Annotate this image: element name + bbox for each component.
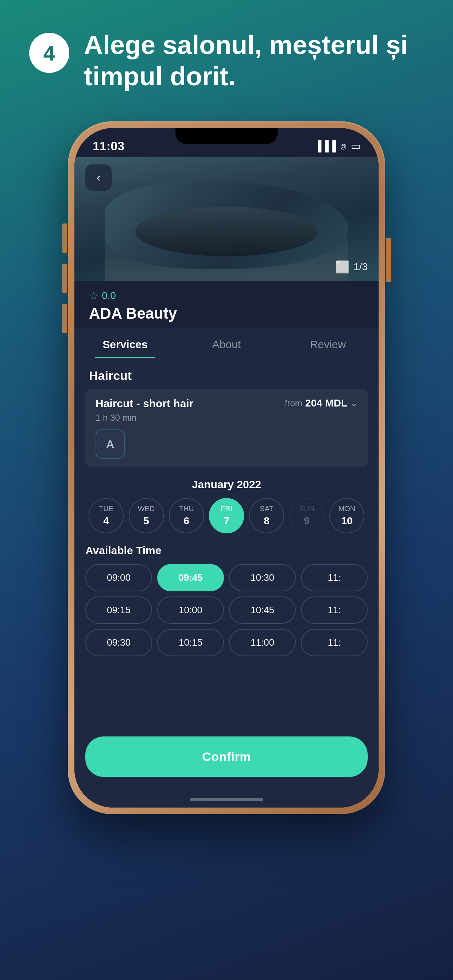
salon-name: ADA Beauty [89, 305, 364, 322]
day-name-sat: SAT [260, 504, 273, 513]
time-slot-0930[interactable]: 09:30 [85, 629, 152, 656]
time-slot-0900[interactable]: 09:00 [85, 564, 152, 591]
home-bar [190, 798, 263, 801]
day-name-thu: THU [179, 504, 194, 513]
phone-notch [175, 128, 278, 144]
time-grid: 09:00 09:45 10:30 11: [85, 564, 368, 656]
confirm-button[interactable]: Confirm [85, 737, 368, 777]
day-tue[interactable]: TUE 4 [89, 498, 124, 533]
status-icons: ▐▐▐ ⌾ ▭ [314, 140, 360, 152]
day-number-wed: 5 [144, 515, 149, 527]
back-button[interactable]: ‹ [85, 164, 112, 191]
day-wed[interactable]: WED 5 [129, 498, 164, 533]
confirm-section: Confirm [74, 729, 379, 792]
day-thu[interactable]: THU 6 [169, 498, 204, 533]
calendar-month: January 2022 [85, 478, 368, 491]
day-name-tue: TUE [99, 504, 113, 513]
time-slot-1000[interactable]: 10:00 [157, 597, 224, 624]
gallery-icon: ⬜ [335, 260, 350, 274]
content-area: Haircut Haircut - short hair from 204 MD… [74, 358, 379, 808]
day-name-sun: SUN [299, 504, 314, 513]
phone-wrapper: 11:03 ▐▐▐ ⌾ ▭ ‹ [0, 121, 453, 814]
home-indicator [74, 792, 379, 808]
day-fri[interactable]: FRI 7 [209, 498, 244, 533]
time-section: Available Time 09:00 09:45 10:30 [74, 541, 379, 663]
day-number-fri: 7 [223, 515, 230, 527]
salon-rating: ☆ 0.0 [89, 290, 364, 302]
time-slot-11a[interactable]: 11: [301, 564, 368, 591]
day-number-sun: 9 [304, 515, 309, 527]
tab-bar: Services About Review [74, 328, 379, 358]
avatar-row: A [96, 430, 357, 459]
image-counter: ⬜ 1/3 [335, 260, 368, 274]
time-slot-11b[interactable]: 11: [301, 597, 368, 624]
time-slot-1045[interactable]: 10:45 [229, 597, 296, 624]
signal-icon: ▐▐▐ [314, 140, 336, 152]
tab-about[interactable]: About [176, 328, 277, 358]
avatar[interactable]: A [96, 430, 125, 459]
instruction-area: 4 Alege salonul, meșterul și timpul dori… [0, 0, 453, 114]
time-slot-0945[interactable]: 09:45 [157, 564, 224, 591]
back-arrow-icon: ‹ [97, 170, 100, 184]
price-value: 204 MDL [305, 398, 347, 409]
day-number-sat: 8 [264, 515, 270, 527]
chevron-down-icon: ⌄ [350, 398, 357, 408]
time-slot-11c[interactable]: 11: [301, 629, 368, 656]
service-category-header: Haircut [74, 358, 379, 389]
hero-visual [74, 157, 379, 281]
time-slot-1015[interactable]: 10:15 [157, 629, 224, 656]
star-icon: ☆ [89, 290, 98, 302]
service-item[interactable]: Haircut - short hair from 204 MDL ⌄ 1 h … [85, 389, 368, 468]
time-slot-1100[interactable]: 11:00 [229, 629, 296, 656]
day-name-fri: FRI [221, 504, 232, 513]
salon-info: ☆ 0.0 ADA Beauty [74, 281, 379, 328]
time-slot-0915[interactable]: 09:15 [85, 597, 152, 624]
step-number: 4 [43, 41, 55, 65]
tab-services[interactable]: Services [74, 328, 176, 358]
available-time-title: Available Time [85, 544, 368, 557]
tab-review[interactable]: Review [277, 328, 379, 358]
day-name-wed: WED [138, 504, 155, 513]
hero-image: ‹ ⬜ 1/3 [74, 157, 379, 281]
day-number-mon: 10 [341, 515, 353, 527]
phone-screen: 11:03 ▐▐▐ ⌾ ▭ ‹ [74, 128, 379, 808]
time-slot-1030[interactable]: 10:30 [229, 564, 296, 591]
rating-value: 0.0 [102, 290, 116, 302]
day-number-tue: 4 [103, 515, 109, 527]
step-badge: 4 [29, 33, 69, 73]
day-mon[interactable]: MON 10 [329, 498, 364, 533]
status-time: 11:03 [93, 139, 124, 153]
day-sun: SUN 9 [289, 498, 324, 533]
day-name-mon: MON [338, 504, 356, 513]
battery-icon: ▭ [351, 140, 360, 152]
service-name: Haircut - short hair [96, 398, 193, 410]
service-header: Haircut - short hair from 204 MDL ⌄ [96, 398, 357, 410]
phone-outer: 11:03 ▐▐▐ ⌾ ▭ ‹ [68, 121, 385, 814]
price-from-label: from [285, 398, 302, 408]
wifi-icon: ⌾ [340, 140, 346, 152]
day-number-thu: 6 [183, 515, 189, 527]
calendar-section: January 2022 TUE 4 WED 5 THU [74, 475, 379, 541]
image-count: 1/3 [353, 261, 368, 273]
day-sat[interactable]: SAT 8 [249, 498, 284, 533]
service-duration: 1 h 30 min [96, 413, 357, 423]
instruction-text: Alege salonul, meșterul și timpul dorit. [84, 29, 424, 92]
days-row: TUE 4 WED 5 THU 6 [85, 498, 368, 533]
service-price: from 204 MDL ⌄ [285, 398, 357, 409]
